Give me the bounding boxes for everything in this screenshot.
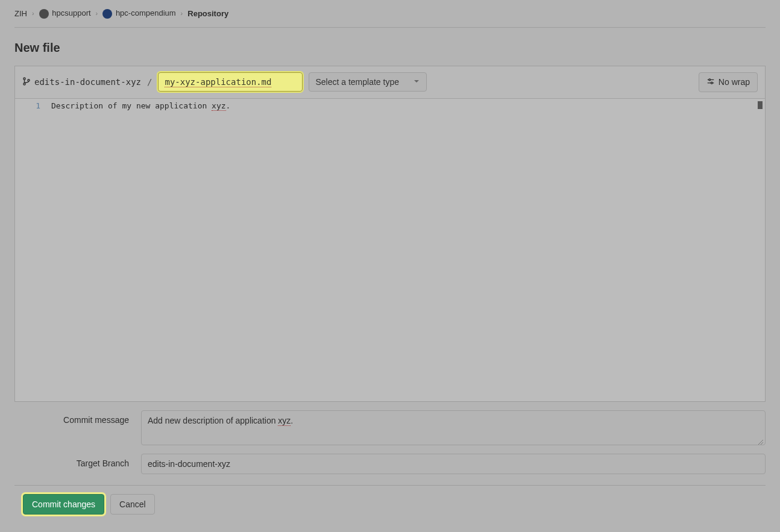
breadcrumb-item-hpc-compendium[interactable]: hpc-compendium <box>102 8 175 19</box>
commit-message-text-underlined: xyz <box>278 416 291 426</box>
page-title: New file <box>14 41 766 55</box>
svg-point-2 <box>28 79 30 81</box>
wrap-toggle-button[interactable]: No wrap <box>699 72 758 92</box>
path-separator: / <box>147 77 152 87</box>
commit-message-label: Commit message <box>14 410 129 425</box>
resize-handle-icon[interactable] <box>758 437 764 443</box>
chevron-right-icon: › <box>181 10 183 17</box>
code-editor[interactable]: 1 Description of my new application xyz. <box>15 99 765 401</box>
template-type-select[interactable]: Select a template type <box>309 72 427 92</box>
action-bar: Commit changes Cancel <box>14 494 766 515</box>
avatar <box>102 9 112 19</box>
target-branch-input[interactable] <box>141 454 766 474</box>
filename-value: my-xyz-application.md <box>165 77 271 87</box>
svg-point-4 <box>711 82 712 84</box>
breadcrumb-item-hpcsupport[interactable]: hpcsupport <box>39 8 91 19</box>
branch-icon <box>22 77 31 87</box>
file-editor: edits-in-document-xyz / my-xyz-applicati… <box>14 66 766 402</box>
line-number: 1 <box>15 101 40 110</box>
svg-point-0 <box>24 78 25 80</box>
svg-point-1 <box>24 83 25 84</box>
breadcrumb-item-repository[interactable]: Repository <box>187 9 228 18</box>
chevron-right-icon: › <box>96 10 98 17</box>
filename-input[interactable]: my-xyz-application.md <box>158 72 303 92</box>
branch-name-label: edits-in-document-xyz <box>22 77 141 87</box>
cancel-button[interactable]: Cancel <box>110 494 155 515</box>
chevron-right-icon: › <box>32 10 34 17</box>
svg-point-3 <box>709 79 711 81</box>
wrap-toggle-label: No wrap <box>719 77 750 87</box>
commit-message-text-suffix: . <box>291 416 293 425</box>
code-body[interactable]: Description of my new application xyz. <box>51 99 765 401</box>
commit-changes-button[interactable]: Commit changes <box>23 494 104 515</box>
branch-name-text: edits-in-document-xyz <box>34 77 141 87</box>
template-select-label: Select a template type <box>315 77 399 87</box>
scrollbar-thumb[interactable] <box>758 101 763 109</box>
code-spellcheck-word: xyz <box>212 101 225 111</box>
sliders-icon <box>706 77 715 87</box>
line-number-gutter: 1 <box>15 99 51 401</box>
breadcrumb-item-zih[interactable]: ZIH <box>14 9 27 18</box>
avatar <box>39 9 49 19</box>
commit-message-textarea[interactable]: Add new description of application xyz. <box>141 410 766 445</box>
editor-toolbar: edits-in-document-xyz / my-xyz-applicati… <box>15 66 765 99</box>
divider <box>14 485 766 486</box>
commit-message-text-prefix: Add new description of application <box>148 416 278 425</box>
commit-form: Commit message Add new description of ap… <box>14 410 766 474</box>
breadcrumb-label: hpcsupport <box>52 8 90 17</box>
target-branch-label: Target Branch <box>14 454 129 468</box>
breadcrumb: ZIH › hpcsupport › hpc-compendium › Repo… <box>14 8 766 28</box>
chevron-down-icon <box>413 77 420 87</box>
breadcrumb-label: hpc-compendium <box>116 8 176 17</box>
